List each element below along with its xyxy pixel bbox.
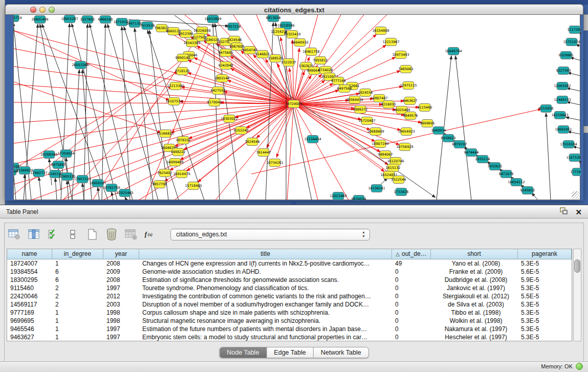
graph-node[interactable]: 10654112	[508, 179, 525, 186]
graph-node[interactable]: 11675309	[566, 154, 581, 162]
table-row[interactable]: 911546021997Tourette syndrome. Phenomeno…	[7, 284, 572, 292]
graph-node[interactable]: 12975115	[400, 82, 417, 90]
graph-node[interactable]: 1588520	[268, 55, 283, 62]
table-vertical-scrollbar[interactable]	[573, 249, 581, 341]
graph-node[interactable]: 10688609	[367, 128, 384, 136]
graph-node[interactable]: 7515526	[140, 22, 155, 30]
column-header-title[interactable]: title	[139, 249, 392, 259]
graph-node[interactable]: 18303022	[221, 115, 237, 123]
graph-node[interactable]: 7624544	[245, 138, 260, 146]
graph-node[interactable]: 16914479	[173, 170, 190, 178]
graph-node[interactable]: 1733426	[394, 188, 409, 196]
graph-node[interactable]: 1640934	[431, 127, 446, 135]
merge-cells-icon[interactable]	[66, 228, 79, 241]
node-table[interactable]: namein_degreeyeartitle△out_de…shortpager…	[7, 249, 572, 341]
table-row[interactable]: 969969511998Structural magnetic resonanc…	[7, 317, 572, 325]
graph-node[interactable]: 9890143	[176, 54, 190, 62]
tab-node-table[interactable]: Node Table	[219, 347, 267, 358]
graph-node[interactable]: 1117304	[568, 26, 581, 34]
graph-node[interactable]: 8938923	[441, 135, 456, 142]
graph-node[interactable]: 9475685	[219, 49, 233, 57]
graph-node[interactable]: 6497568	[337, 85, 352, 93]
panel-splitter-handle[interactable]	[291, 202, 296, 204]
graph-node[interactable]: 2522544	[391, 176, 406, 184]
graph-node[interactable]: 1527602	[80, 16, 95, 24]
table-selector-dropdown[interactable]: citations_edges.txt ▲▼	[170, 229, 370, 240]
row-selection-icon[interactable]	[47, 228, 60, 241]
graph-node[interactable]: 7886372	[353, 106, 368, 114]
graph-node[interactable]: 8215958	[539, 105, 554, 113]
table-row[interactable]: 977716911998Corpus callosum shape and si…	[7, 309, 572, 317]
graph-node[interactable]: 7857224	[226, 23, 241, 31]
graph-node[interactable]: 12023468	[330, 192, 346, 200]
graph-node[interactable]: 9699695	[420, 120, 435, 127]
table-row[interactable]: 2242004622012Investigating the contribut…	[7, 292, 572, 300]
graph-node[interactable]: 8427552	[211, 87, 226, 95]
table-row[interactable]: 946362711997Embryonic stem cells: a mode…	[7, 333, 572, 341]
graph-node[interactable]: 16107534	[165, 98, 182, 105]
graph-node[interactable]: 16640910	[291, 39, 308, 47]
graph-node[interactable]: 12025465	[116, 189, 133, 197]
graph-node[interactable]: 10655287	[61, 15, 78, 23]
graph-node[interactable]: 9170043	[207, 99, 222, 106]
tab-network-table[interactable]: Network Table	[314, 347, 369, 358]
graph-node[interactable]: 9463627	[403, 97, 418, 105]
graph-node[interactable]: 9242848	[219, 62, 233, 70]
column-header-indegree[interactable]: in_degree	[52, 249, 103, 259]
network-canvas[interactable]: 2405572420691406106552871527602646616010…	[13, 15, 580, 200]
graph-node[interactable]: 9115460	[418, 104, 432, 112]
graph-node[interactable]: 10734261	[266, 159, 283, 167]
graph-node[interactable]: 10756928	[396, 143, 413, 151]
graph-node[interactable]: 24055724	[14, 15, 22, 22]
graph-node[interactable]: 14136141	[368, 185, 385, 192]
graph-node[interactable]: 9245652	[520, 187, 535, 194]
graph-node[interactable]: 7485063	[399, 65, 413, 73]
column-header-outde[interactable]: △out_de…	[392, 249, 431, 259]
graph-node[interactable]: 8912394	[179, 30, 193, 38]
graph-node[interactable]: 19654923	[398, 128, 415, 136]
graph-node[interactable]: 17957223	[74, 176, 91, 183]
resize-grip[interactable]	[572, 191, 579, 199]
graph-node[interactable]: 15134454	[304, 136, 321, 143]
graph-node[interactable]: 7932621	[488, 163, 503, 170]
select-columns-icon[interactable]	[27, 228, 40, 241]
table-row[interactable]: 1830029562008Estimation of significance …	[7, 276, 572, 284]
graph-node[interactable]: 9777169	[331, 77, 346, 85]
graph-node[interactable]: 15751074	[563, 38, 580, 46]
graph-node[interactable]: 8471676	[499, 170, 514, 178]
function-builder-icon[interactable]: f(x)	[144, 228, 157, 241]
table-row[interactable]: 1872400712008Changes of HCN gene express…	[7, 259, 572, 268]
graph-node[interactable]: 16961758	[302, 48, 319, 56]
graph-node[interactable]: 8813054	[266, 15, 281, 22]
table-row[interactable]: 946554611997Estimation of the future num…	[7, 325, 572, 333]
graph-node[interactable]: 1615132	[386, 164, 401, 172]
graph-node[interactable]: 16210643	[551, 112, 568, 119]
new-table-icon[interactable]	[85, 228, 99, 241]
graph-node[interactable]: 9227343	[556, 67, 571, 75]
graph-node[interactable]: 6879197	[452, 141, 467, 148]
graph-node[interactable]: 8216033	[381, 101, 396, 108]
graph-node[interactable]: 2935114	[475, 156, 490, 163]
graph-node[interactable]: 1771674	[571, 168, 581, 176]
graph-node[interactable]: 7625402	[158, 169, 172, 177]
graph-node[interactable]: 16648784	[445, 48, 462, 55]
graph-node[interactable]: 9152243	[234, 127, 249, 135]
graph-node[interactable]: 8322037	[281, 59, 296, 67]
graph-node[interactable]: 16154808	[372, 27, 389, 35]
column-header-name[interactable]: name	[7, 249, 52, 259]
graph-node[interactable]: 9634504	[352, 195, 366, 201]
graph-node[interactable]: 9884067	[378, 151, 393, 159]
graph-node[interactable]: 26053346	[72, 61, 89, 69]
tab-edge-table[interactable]: Edge Table	[267, 347, 313, 358]
graph-node[interactable]: 20691406	[31, 16, 48, 24]
table-settings-icon[interactable]	[8, 228, 21, 241]
graph-node[interactable]: 6466160	[98, 16, 113, 24]
float-panel-icon[interactable]	[560, 207, 568, 217]
graph-node[interactable]: 8649576	[403, 112, 418, 120]
graph-node[interactable]: 9329965	[559, 52, 574, 59]
graph-node[interactable]: 1498222	[171, 148, 186, 156]
column-header-year[interactable]: year	[103, 249, 139, 259]
graph-node[interactable]: 3878332	[176, 137, 191, 144]
graph-node[interactable]: 7614447	[256, 149, 271, 157]
scrollbar-thumb[interactable]	[574, 259, 580, 273]
